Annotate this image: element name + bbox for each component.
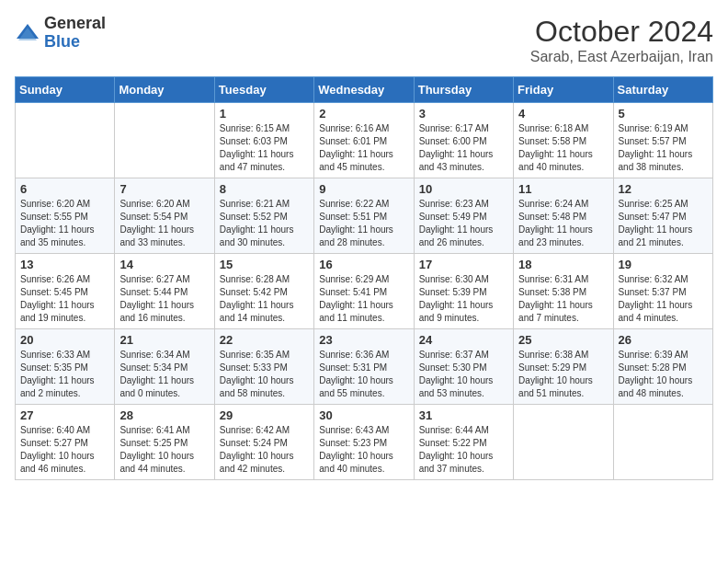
day-number: 10	[419, 182, 508, 196]
day-info: Sunrise: 6:20 AMSunset: 5:55 PMDaylight:…	[20, 198, 109, 249]
calendar-cell	[115, 103, 214, 178]
day-number: 8	[220, 182, 309, 196]
calendar-cell: 26Sunrise: 6:39 AMSunset: 5:28 PMDayligh…	[613, 329, 712, 405]
day-info: Sunrise: 6:39 AMSunset: 5:28 PMDaylight:…	[619, 349, 708, 400]
calendar-cell: 30Sunrise: 6:43 AMSunset: 5:23 PMDayligh…	[314, 405, 414, 480]
calendar-cell: 23Sunrise: 6:36 AMSunset: 5:31 PMDayligh…	[314, 329, 414, 405]
day-info: Sunrise: 6:19 AMSunset: 5:57 PMDaylight:…	[619, 122, 708, 174]
day-number: 3	[419, 107, 508, 121]
logo-general-text: General	[44, 15, 106, 33]
day-number: 27	[20, 408, 109, 422]
day-info: Sunrise: 6:34 AMSunset: 5:34 PMDaylight:…	[119, 349, 209, 400]
day-number: 21	[119, 333, 209, 347]
calendar-cell: 24Sunrise: 6:37 AMSunset: 5:30 PMDayligh…	[414, 329, 513, 405]
calendar-week-row: 13Sunrise: 6:26 AMSunset: 5:45 PMDayligh…	[16, 254, 713, 329]
day-number: 1	[220, 107, 309, 121]
day-number: 24	[419, 333, 508, 347]
day-number: 5	[619, 107, 708, 121]
day-info: Sunrise: 6:31 AMSunset: 5:38 PMDaylight:…	[518, 273, 608, 325]
weekday-header-sunday: Sunday	[16, 77, 115, 103]
day-number: 18	[518, 258, 608, 271]
calendar-week-row: 1Sunrise: 6:15 AMSunset: 6:03 PMDaylight…	[16, 103, 713, 178]
calendar-cell: 10Sunrise: 6:23 AMSunset: 5:49 PMDayligh…	[414, 178, 513, 254]
calendar-cell: 2Sunrise: 6:16 AMSunset: 6:01 PMDaylight…	[314, 103, 414, 178]
day-info: Sunrise: 6:26 AMSunset: 5:45 PMDaylight:…	[20, 273, 109, 325]
day-info: Sunrise: 6:44 AMSunset: 5:22 PMDaylight:…	[419, 424, 508, 476]
day-info: Sunrise: 6:15 AMSunset: 6:03 PMDaylight:…	[220, 122, 309, 174]
page-header: General Blue October 2024 Sarab, East Az…	[15, 15, 713, 65]
day-info: Sunrise: 6:22 AMSunset: 5:51 PMDaylight:…	[319, 198, 408, 249]
day-number: 4	[518, 107, 608, 121]
calendar-cell: 16Sunrise: 6:29 AMSunset: 5:41 PMDayligh…	[314, 254, 414, 329]
day-number: 13	[20, 258, 109, 271]
calendar-cell: 9Sunrise: 6:22 AMSunset: 5:51 PMDaylight…	[314, 178, 414, 254]
calendar-cell: 14Sunrise: 6:27 AMSunset: 5:44 PMDayligh…	[115, 254, 214, 329]
calendar-cell: 3Sunrise: 6:17 AMSunset: 6:00 PMDaylight…	[414, 103, 513, 178]
calendar-cell: 19Sunrise: 6:32 AMSunset: 5:37 PMDayligh…	[613, 254, 712, 329]
day-info: Sunrise: 6:42 AMSunset: 5:24 PMDaylight:…	[220, 424, 309, 476]
day-number: 23	[319, 333, 408, 347]
day-info: Sunrise: 6:28 AMSunset: 5:42 PMDaylight:…	[220, 273, 309, 325]
calendar-cell: 27Sunrise: 6:40 AMSunset: 5:27 PMDayligh…	[16, 405, 115, 480]
day-info: Sunrise: 6:40 AMSunset: 5:27 PMDaylight:…	[20, 424, 109, 476]
weekday-header-tuesday: Tuesday	[214, 77, 313, 103]
calendar-cell: 11Sunrise: 6:24 AMSunset: 5:48 PMDayligh…	[514, 178, 613, 254]
calendar-cell	[613, 405, 712, 480]
day-number: 28	[119, 408, 209, 422]
day-info: Sunrise: 6:20 AMSunset: 5:54 PMDaylight:…	[119, 198, 209, 249]
calendar-cell: 7Sunrise: 6:20 AMSunset: 5:54 PMDaylight…	[115, 178, 214, 254]
weekday-header-thursday: Thursday	[414, 77, 513, 103]
weekday-header-saturday: Saturday	[613, 77, 712, 103]
calendar-cell	[16, 103, 115, 178]
day-info: Sunrise: 6:27 AMSunset: 5:44 PMDaylight:…	[119, 273, 209, 325]
day-number: 19	[619, 258, 708, 271]
calendar-cell: 25Sunrise: 6:38 AMSunset: 5:29 PMDayligh…	[514, 329, 613, 405]
day-info: Sunrise: 6:29 AMSunset: 5:41 PMDaylight:…	[319, 273, 408, 325]
calendar-week-row: 6Sunrise: 6:20 AMSunset: 5:55 PMDaylight…	[16, 178, 713, 254]
calendar-cell: 31Sunrise: 6:44 AMSunset: 5:22 PMDayligh…	[414, 405, 513, 480]
day-number: 17	[419, 258, 508, 271]
day-number: 30	[319, 408, 408, 422]
calendar-cell: 20Sunrise: 6:33 AMSunset: 5:35 PMDayligh…	[16, 329, 115, 405]
weekday-header-wednesday: Wednesday	[314, 77, 414, 103]
calendar-cell: 13Sunrise: 6:26 AMSunset: 5:45 PMDayligh…	[16, 254, 115, 329]
day-info: Sunrise: 6:30 AMSunset: 5:39 PMDaylight:…	[419, 273, 508, 325]
calendar-cell: 18Sunrise: 6:31 AMSunset: 5:38 PMDayligh…	[514, 254, 613, 329]
logo-icon	[15, 20, 40, 46]
title-section: October 2024 Sarab, East Azerbaijan, Ira…	[530, 15, 713, 65]
calendar-cell: 15Sunrise: 6:28 AMSunset: 5:42 PMDayligh…	[214, 254, 313, 329]
day-info: Sunrise: 6:43 AMSunset: 5:23 PMDaylight:…	[319, 424, 408, 476]
day-info: Sunrise: 6:37 AMSunset: 5:30 PMDaylight:…	[419, 349, 508, 400]
day-number: 29	[220, 408, 309, 422]
day-info: Sunrise: 6:33 AMSunset: 5:35 PMDaylight:…	[20, 349, 109, 400]
day-number: 11	[518, 182, 608, 196]
day-number: 26	[619, 333, 708, 347]
day-number: 31	[419, 408, 508, 422]
day-number: 20	[20, 333, 109, 347]
weekday-header-monday: Monday	[115, 77, 214, 103]
calendar-week-row: 20Sunrise: 6:33 AMSunset: 5:35 PMDayligh…	[16, 329, 713, 405]
day-number: 2	[319, 107, 408, 121]
day-info: Sunrise: 6:25 AMSunset: 5:47 PMDaylight:…	[619, 198, 708, 249]
weekday-header-row: SundayMondayTuesdayWednesdayThursdayFrid…	[16, 77, 713, 103]
day-info: Sunrise: 6:23 AMSunset: 5:49 PMDaylight:…	[419, 198, 508, 249]
day-number: 6	[20, 182, 109, 196]
day-number: 22	[220, 333, 309, 347]
day-info: Sunrise: 6:38 AMSunset: 5:29 PMDaylight:…	[518, 349, 608, 400]
calendar-cell: 6Sunrise: 6:20 AMSunset: 5:55 PMDaylight…	[16, 178, 115, 254]
day-number: 7	[119, 182, 209, 196]
day-number: 25	[518, 333, 608, 347]
day-info: Sunrise: 6:24 AMSunset: 5:48 PMDaylight:…	[518, 198, 608, 249]
day-info: Sunrise: 6:16 AMSunset: 6:01 PMDaylight:…	[319, 122, 408, 174]
day-number: 16	[319, 258, 408, 271]
day-number: 9	[319, 182, 408, 196]
calendar-cell: 4Sunrise: 6:18 AMSunset: 5:58 PMDaylight…	[514, 103, 613, 178]
day-info: Sunrise: 6:36 AMSunset: 5:31 PMDaylight:…	[319, 349, 408, 400]
calendar-table: SundayMondayTuesdayWednesdayThursdayFrid…	[15, 76, 713, 480]
day-info: Sunrise: 6:18 AMSunset: 5:58 PMDaylight:…	[518, 122, 608, 174]
calendar-cell: 29Sunrise: 6:42 AMSunset: 5:24 PMDayligh…	[214, 405, 313, 480]
calendar-cell	[514, 405, 613, 480]
day-number: 15	[220, 258, 309, 271]
calendar-cell: 1Sunrise: 6:15 AMSunset: 6:03 PMDaylight…	[214, 103, 313, 178]
calendar-cell: 21Sunrise: 6:34 AMSunset: 5:34 PMDayligh…	[115, 329, 214, 405]
